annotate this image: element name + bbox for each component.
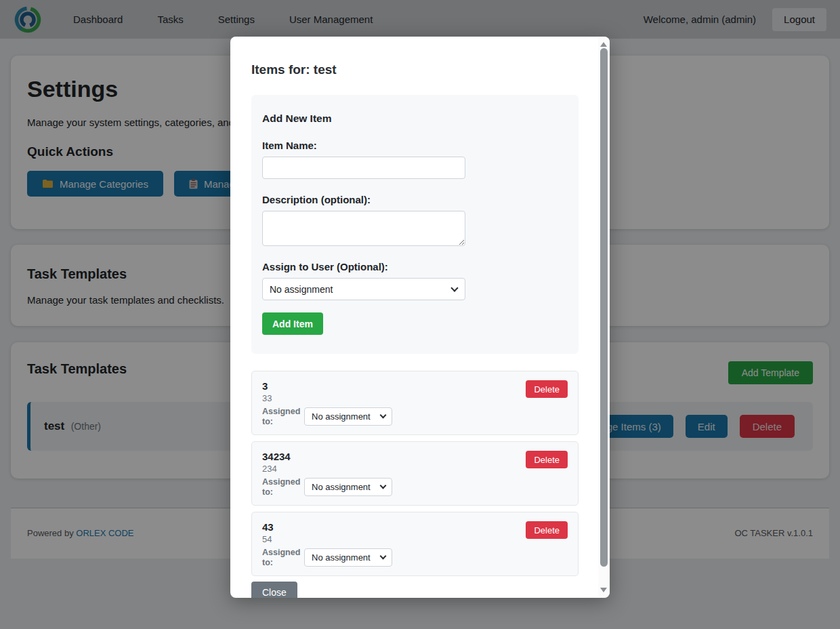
item-description: 234	[262, 464, 568, 474]
item-assign-select[interactable]: No assignment	[304, 407, 392, 426]
modal-title: Items for: test	[251, 62, 579, 77]
item-name-input[interactable]	[262, 157, 465, 179]
items-modal: Items for: test Add New Item Item Name: …	[230, 37, 610, 598]
item-description: 33	[262, 393, 568, 403]
delete-item-button[interactable]: Delete	[526, 521, 568, 539]
delete-item-button[interactable]: Delete	[526, 380, 568, 398]
assigned-to-label: Assigned to:	[262, 548, 304, 567]
scrollbar-thumb[interactable]	[600, 48, 608, 567]
add-item-button[interactable]: Add Item	[262, 312, 323, 335]
item-row: 34234 234 Assigned to: No assignment Del…	[251, 441, 579, 506]
item-description: 54	[262, 534, 568, 544]
item-name: 43	[262, 521, 568, 533]
add-item-panel: Add New Item Item Name: Description (opt…	[251, 95, 579, 354]
item-assign-select[interactable]: No assignment	[304, 478, 392, 496]
item-assign-select[interactable]: No assignment	[304, 548, 392, 567]
item-name-label: Item Name:	[262, 140, 568, 151]
assigned-to-label: Assigned to:	[262, 407, 304, 426]
description-textarea[interactable]	[262, 211, 465, 246]
delete-item-button[interactable]: Delete	[526, 451, 568, 468]
scroll-down-arrow-icon[interactable]	[600, 588, 607, 592]
add-item-heading: Add New Item	[262, 113, 568, 125]
item-name: 3	[262, 380, 568, 392]
modal-scrollbar[interactable]	[598, 37, 610, 598]
item-row: 43 54 Assigned to: No assignment Delete	[251, 512, 579, 576]
close-modal-button[interactable]: Close	[251, 582, 297, 598]
assign-user-label: Assign to User (Optional):	[262, 261, 568, 272]
assign-user-select[interactable]: No assignment	[262, 278, 465, 300]
assigned-to-label: Assigned to:	[262, 477, 304, 497]
description-label: Description (optional):	[262, 194, 568, 205]
scroll-up-arrow-icon[interactable]	[600, 42, 607, 47]
item-row: 3 33 Assigned to: No assignment Delete	[251, 371, 579, 435]
item-name: 34234	[262, 451, 568, 462]
